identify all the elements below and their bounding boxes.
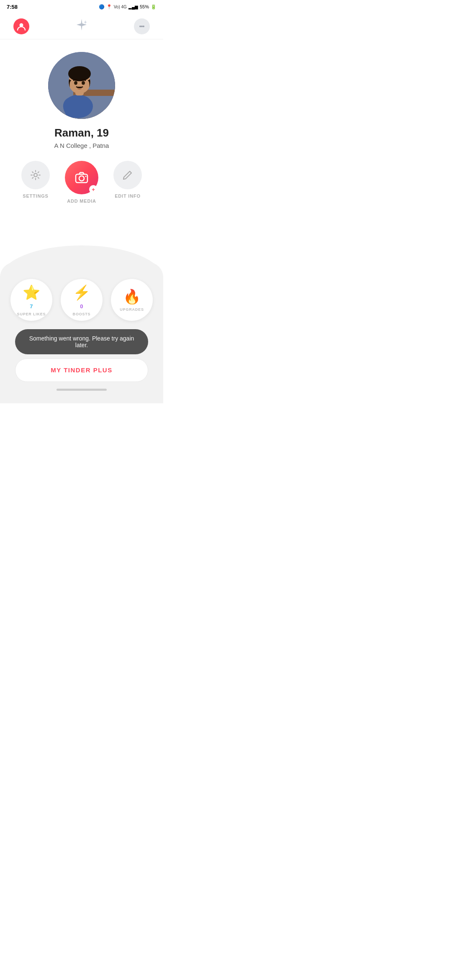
avatar[interactable] [48, 52, 115, 119]
settings-action[interactable]: SETTINGS [21, 161, 50, 199]
top-nav [0, 13, 163, 39]
svg-point-1 [139, 26, 141, 27]
profile-school: A N College , Patna [54, 142, 109, 149]
profile-nav-button[interactable] [13, 18, 29, 34]
avatar-image [48, 52, 115, 119]
status-time: 7:58 [7, 4, 18, 10]
upgrades-card[interactable]: 🔥 UPGRADES [111, 279, 153, 321]
chat-icon [137, 22, 146, 31]
person-icon [17, 22, 26, 31]
boosts-icon: ⚡ [73, 284, 90, 301]
svg-point-16 [79, 176, 84, 181]
settings-label: SETTINGS [23, 193, 48, 199]
location-icon: 📍 [106, 4, 112, 10]
profile-section: Raman, 19 A N College , Patna SETTINGS [0, 39, 163, 220]
svg-point-3 [143, 26, 144, 27]
error-toast: Something went wrong. Please try again l… [15, 329, 148, 354]
battery-text: 55% [140, 4, 149, 9]
camera-icon [74, 170, 89, 185]
svg-point-12 [74, 81, 77, 85]
bottom-section: ⭐ 7 SUPER LIKES ⚡ 0 BOOSTS 🔥 UPGRADES So… [0, 262, 163, 403]
edit-info-circle [113, 161, 142, 189]
boosts-card[interactable]: ⚡ 0 BOOSTS [61, 279, 103, 321]
tinder-plus-button[interactable]: MY TINDER PLUS [15, 358, 148, 382]
settings-icon [30, 169, 41, 181]
tinder-plus-label: MY TINDER PLUS [51, 366, 112, 374]
add-media-action[interactable]: + ADD MEDIA [65, 161, 98, 204]
boosts-label: BOOSTS [73, 312, 91, 316]
toast-message: Something went wrong. Please try again l… [29, 335, 134, 348]
add-media-label: ADD MEDIA [67, 199, 96, 204]
settings-circle [21, 161, 50, 189]
action-row: SETTINGS + ADD MEDIA EDIT INF [8, 161, 155, 204]
status-icons: 🔵 📍 Vo) 4G ▂▄▆ 55% 🔋 [99, 4, 157, 10]
super-likes-count: 7 [30, 303, 33, 309]
home-indicator [56, 389, 107, 391]
signal-icon: ▂▄▆ [128, 5, 138, 9]
svg-point-14 [34, 173, 37, 177]
svg-point-17 [85, 176, 87, 177]
super-likes-card[interactable]: ⭐ 7 SUPER LIKES [10, 279, 52, 321]
upgrades-label: UPGRADES [120, 307, 144, 312]
upgrades-icon: 🔥 [123, 288, 141, 305]
edit-info-action[interactable]: EDIT INFO [113, 161, 142, 199]
messages-nav-button[interactable] [134, 18, 150, 34]
edit-icon [122, 169, 134, 181]
battery-icon: 🔋 [151, 4, 157, 10]
sparkle-nav-button[interactable] [74, 18, 89, 35]
svg-point-13 [82, 81, 85, 85]
boosts-count: 0 [80, 303, 83, 309]
status-bar: 7:58 🔵 📍 Vo) 4G ▂▄▆ 55% 🔋 [0, 0, 163, 13]
super-likes-label: SUPER LIKES [17, 312, 46, 316]
sparkle-icon [74, 18, 89, 32]
plus-badge: + [89, 185, 98, 193]
profile-name: Raman, 19 [54, 126, 109, 139]
super-likes-icon: ⭐ [23, 284, 40, 301]
add-media-circle: + [65, 161, 98, 194]
edit-info-label: EDIT INFO [115, 193, 141, 199]
svg-point-11 [68, 66, 91, 81]
network-icon: Vo) 4G [114, 5, 127, 9]
feature-row: ⭐ 7 SUPER LIKES ⚡ 0 BOOSTS 🔥 UPGRADES [8, 279, 155, 321]
svg-point-2 [141, 26, 143, 27]
bluetooth-icon: 🔵 [99, 4, 105, 10]
